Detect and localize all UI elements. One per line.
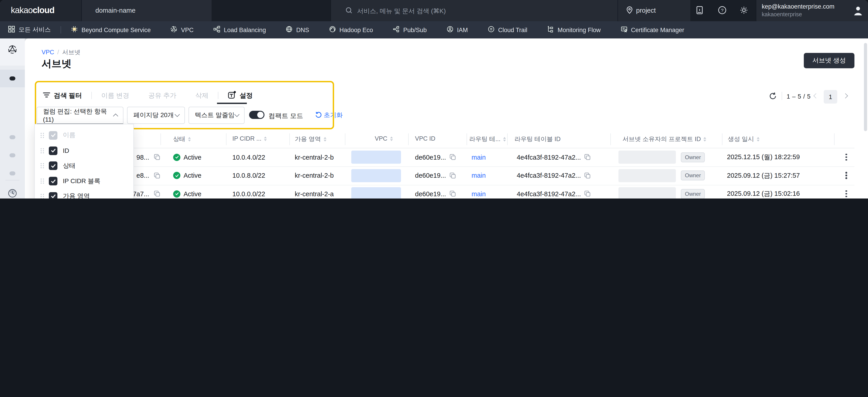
vertical-scrollbar[interactable] (864, 43, 867, 131)
table-row[interactable]: 7a7... Active 10.0.0.0/22 kr-central-2-a… (35, 185, 855, 198)
nav-item-load-balancing[interactable]: Load Balancing (213, 26, 266, 34)
vpc-network-icon[interactable] (7, 44, 18, 57)
domain-selector[interactable]: domain-name (81, 0, 212, 21)
release-notes-icon[interactable] (696, 6, 703, 16)
reset-button[interactable]: 초기화 (315, 111, 343, 119)
text-wrap-select[interactable]: 텍스트 말줄임 (188, 107, 245, 124)
route-table-cell[interactable]: main (471, 166, 486, 185)
row-actions-kebab-icon[interactable] (844, 171, 848, 180)
nav-divider (61, 26, 61, 33)
column-header[interactable]: VPC (375, 135, 393, 142)
copy-icon[interactable] (154, 166, 160, 185)
column-header[interactable]: 라우팅 테... (469, 135, 506, 143)
checkbox[interactable] (49, 177, 57, 185)
table-row[interactable]: e8... Active 10.0.8.0/22 kr-central-2-b … (35, 166, 855, 185)
column-header[interactable]: 상태 (173, 135, 191, 143)
gear-icon[interactable] (740, 6, 748, 16)
kakaocloud-logo[interactable]: kakaocloud (11, 5, 55, 16)
drag-handle-icon[interactable] (40, 178, 44, 184)
column-header[interactable]: IP CIDR ... (232, 135, 267, 142)
column-edit-label: 컬럼 편집: 선택한 항목(11) (43, 108, 114, 123)
checkbox[interactable] (49, 192, 57, 198)
copy-icon[interactable] (154, 148, 160, 166)
route-table-cell[interactable]: main (471, 148, 486, 166)
nav-item-hadoop-eco[interactable]: Hadoop Eco (329, 26, 373, 34)
copy-icon[interactable] (154, 185, 160, 198)
breadcrumb-vpc-link[interactable]: VPC (41, 49, 54, 56)
pagination-range: 1 – 5 / 5 (786, 93, 811, 100)
sort-icon[interactable] (757, 137, 760, 142)
route-table-id-cell: 4e4fca3f-8192-47a2... (517, 166, 591, 185)
column-option-row[interactable]: ID (35, 143, 134, 158)
nav-all-services[interactable]: 모든 서비스 (8, 26, 51, 34)
logo-bold: cloud (33, 5, 54, 15)
page-size-select[interactable]: 페이지당 20개 (127, 107, 185, 124)
refresh-icon[interactable] (769, 92, 777, 102)
sidebar-item-2[interactable] (9, 135, 16, 139)
drag-handle-icon[interactable] (40, 148, 44, 154)
services-nav-bar: 모든 서비스 Beyond Compute Service VPC Load B… (0, 21, 868, 38)
table-row[interactable]: 98... Active 10.0.4.0/22 kr-central-2-b … (35, 148, 855, 167)
delete-button: 삭제 (195, 91, 209, 100)
column-option-row[interactable]: 상태 (35, 158, 134, 174)
column-option-row[interactable]: IP CIDR 블록 (35, 174, 134, 189)
row-actions-kebab-icon[interactable] (844, 189, 848, 198)
column-separator (408, 133, 409, 145)
sort-icon[interactable] (188, 137, 191, 142)
drag-handle-icon (40, 132, 44, 139)
search-filter-button[interactable]: 검색 필터 (43, 91, 82, 100)
settings-tab[interactable]: 설정 (228, 91, 253, 100)
avatar[interactable] (852, 4, 864, 18)
drag-handle-icon[interactable] (40, 193, 44, 198)
recent-history-icon[interactable] (7, 188, 18, 198)
copy-icon[interactable] (449, 191, 456, 197)
toolbar-divider2 (218, 92, 218, 99)
nav-item-dns[interactable]: DNS (286, 26, 309, 34)
copy-icon[interactable] (584, 154, 591, 161)
column-header[interactable]: 라우팅 테이블 ID (515, 135, 561, 143)
sort-icon[interactable] (324, 137, 327, 142)
nav-item-vpc[interactable]: VPC (170, 26, 194, 34)
copy-icon[interactable] (584, 191, 591, 197)
checkbox[interactable] (49, 162, 57, 170)
nav-item-certificate-manager[interactable]: Certificate Manager (620, 26, 684, 34)
row-actions-kebab-icon[interactable] (844, 153, 848, 161)
create-subnet-button[interactable]: 서브넷 생성 (804, 53, 855, 68)
current-page-box[interactable]: 1 (824, 90, 837, 103)
nav-item-pub-sub[interactable]: Pub/Sub (393, 26, 427, 34)
nav-item-iam[interactable]: IAM (447, 26, 468, 34)
copy-icon[interactable] (449, 154, 456, 161)
drag-handle-icon[interactable] (40, 163, 44, 169)
sort-icon[interactable] (503, 137, 506, 142)
column-edit-dropdown[interactable]: 컬럼 편집: 선택한 항목(11) (37, 107, 123, 124)
cidr-cell: 10.0.4.0/22 (232, 148, 265, 166)
column-option-row[interactable]: 가용 영역 (35, 189, 134, 198)
column-header[interactable]: 생성 일시 (728, 135, 760, 143)
sidebar-item-subnet[interactable] (9, 77, 16, 81)
column-header[interactable]: VPC ID (415, 135, 435, 142)
sidebar-item-4[interactable] (9, 171, 16, 176)
copy-icon[interactable] (584, 172, 591, 179)
project-selector[interactable]: project (618, 0, 690, 21)
checkbox[interactable] (49, 146, 57, 155)
account-menu[interactable]: kep@kakaoenterprise.com kakaoenterprise (756, 0, 868, 21)
help-icon[interactable]: ? (718, 6, 726, 16)
sidebar-item-3[interactable] (9, 153, 16, 157)
nav-item-monitoring-flow[interactable]: Monitoring Flow (547, 26, 601, 34)
copy-icon[interactable] (449, 172, 456, 179)
sort-icon[interactable] (704, 137, 706, 142)
sort-icon[interactable] (390, 136, 393, 141)
user-org: kakaoenterprise (762, 11, 802, 18)
user-email: kep@kakaoenterprise.com (762, 3, 835, 10)
global-search[interactable]: 서비스, 메뉴 및 문서 검색 (⌘K) (331, 0, 618, 21)
sort-icon[interactable] (264, 136, 267, 141)
column-header[interactable]: 서브넷 소유자의 프로젝트 ID (622, 135, 706, 143)
nav-item-cloud-trail[interactable]: Cloud Trail (488, 26, 527, 34)
compact-mode-toggle[interactable] (249, 111, 265, 119)
top-bar: kakaocloud domain-name 서비스, 메뉴 및 문서 검색 (… (0, 0, 868, 21)
monitoring-flow-icon (547, 26, 554, 34)
nav-all-services-label: 모든 서비스 (19, 26, 51, 34)
route-table-cell[interactable]: main (471, 185, 486, 198)
nav-item-beyond-compute-service[interactable]: Beyond Compute Service (71, 26, 151, 34)
column-header[interactable]: 가용 영역 (295, 135, 327, 143)
